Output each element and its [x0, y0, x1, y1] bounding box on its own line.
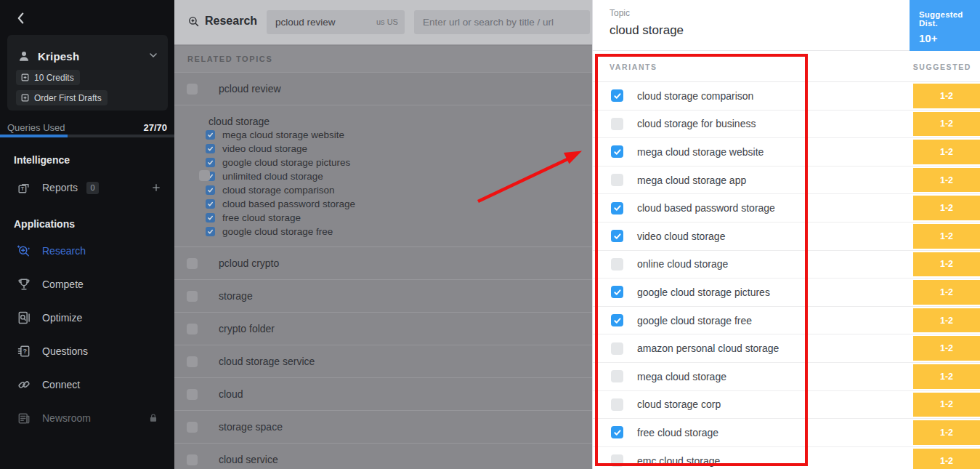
suggested-count-badge: 1-2 [913, 336, 980, 361]
variant-label: amazon personal cloud storage [637, 342, 779, 354]
variant-checkbox[interactable] [611, 145, 623, 158]
variant-label: video cloud storage [637, 231, 725, 242]
sidebar-item-compete[interactable]: Compete [0, 268, 174, 301]
variant-row[interactable]: mega cloud storage1-2 [593, 363, 980, 391]
suggested-count-badge: 1-2 [913, 140, 980, 164]
suggested-count-badge: 1-2 [913, 364, 980, 389]
variant-checkbox[interactable] [206, 130, 215, 140]
variant-row[interactable]: cloud storage corp1-2 [593, 391, 980, 420]
url-search-input[interactable] [414, 10, 590, 34]
related-topics-header: RELATED TOPICS [174, 46, 592, 73]
variant-checkbox[interactable] [611, 89, 623, 102]
chevron-down-icon[interactable] [147, 49, 159, 61]
user-name: Kripesh [38, 50, 79, 63]
variant-checkbox[interactable] [206, 199, 215, 209]
user-row[interactable]: Kripesh [17, 48, 159, 64]
topic-variant-subitem[interactable]: video cloud storage [174, 143, 592, 155]
variant-checkbox[interactable] [611, 370, 623, 382]
sidebar-item-research[interactable]: Research [0, 234, 174, 268]
topic-variant-subitem[interactable]: unlimited cloud storage [174, 170, 592, 183]
topic-head: Topic cloud storage [593, 0, 910, 51]
variant-row[interactable]: mega cloud storage website1-2 [593, 138, 980, 167]
related-topic-row[interactable]: cloud [174, 378, 592, 411]
sidebar-item-optimize[interactable]: Optimize [0, 301, 174, 334]
sidebar-item-connect[interactable]: Connect [0, 368, 174, 401]
variant-row[interactable]: free cloud storage1-2 [593, 419, 980, 447]
variant-checkbox[interactable] [206, 213, 215, 223]
variant-checkbox[interactable] [611, 258, 623, 270]
topic-checkbox[interactable] [187, 454, 198, 465]
variant-row[interactable]: google cloud storage pictures1-2 [593, 278, 980, 307]
research-title-wrap: Research [187, 15, 257, 28]
variant-label: cloud based password storage [637, 202, 775, 214]
variant-checkbox[interactable] [611, 314, 623, 326]
topic-checkbox[interactable] [199, 170, 210, 181]
research-icon [17, 244, 31, 258]
sidebar-item-questions[interactable]: ?Questions [0, 334, 174, 368]
suggested-count-badge: 1-2 [913, 224, 980, 249]
related-topic-row[interactable]: cloud storage service [174, 345, 592, 378]
related-topic-row[interactable]: storage space [174, 411, 592, 444]
topic-variant-subitem[interactable]: free cloud storage [174, 212, 592, 224]
variant-row[interactable]: cloud storage comparison1-2 [593, 82, 980, 111]
topic-variant-subitem[interactable]: google cloud storage free [174, 225, 592, 238]
related-topic-row[interactable]: crypto folder [174, 313, 592, 345]
related-topic-row[interactable]: cloud service [174, 444, 592, 469]
topic-checkbox[interactable] [187, 389, 198, 400]
related-topic-row[interactable]: pcloud crypto [174, 247, 592, 280]
variant-checkbox[interactable] [611, 454, 623, 467]
variant-checkbox[interactable] [206, 144, 215, 153]
topic-checkbox[interactable] [187, 324, 198, 334]
topic-variant-subitem[interactable]: cloud storage comparison [174, 184, 592, 196]
variant-checkbox[interactable] [611, 342, 623, 355]
add-report-button[interactable] [151, 183, 161, 193]
related-topic-group[interactable]: cloud storagemega cloud storage websitev… [174, 105, 592, 247]
credits-badge[interactable]: 10 Credits [16, 70, 80, 85]
topic-checkbox[interactable] [187, 84, 198, 95]
queries-progress-track [0, 135, 174, 137]
topic-variant-subitem[interactable]: mega cloud storage website [174, 129, 592, 141]
topic-variant-subitem[interactable]: google cloud storage pictures [174, 156, 592, 169]
queries-used-label: Queries Used [7, 122, 65, 133]
reports-icon: T [17, 181, 31, 195]
topic-variant-subitem[interactable]: cloud based password storage [174, 198, 592, 210]
variant-checkbox[interactable] [611, 426, 623, 438]
variant-checkbox[interactable] [611, 286, 623, 298]
sidebar-item-reports[interactable]: T Reports 0 [0, 178, 174, 197]
related-topic-row[interactable]: storage [174, 280, 592, 313]
variant-checkbox[interactable] [206, 185, 215, 195]
variant-row[interactable]: cloud based password storage1-2 [593, 194, 980, 223]
sidebar-item-label: Questions [42, 345, 88, 357]
variant-row[interactable]: online cloud storage1-2 [593, 251, 980, 279]
variant-row[interactable]: video cloud storage1-2 [593, 223, 980, 251]
variant-row[interactable]: amazon personal cloud storage1-2 [593, 334, 980, 363]
topic-search-input[interactable] [267, 10, 405, 34]
variant-checkbox[interactable] [206, 227, 215, 236]
topic-checkbox[interactable] [187, 422, 198, 433]
variant-label: google cloud storage pictures [637, 286, 770, 298]
topic-detail-panel: Topic cloud storage Suggested Dist. 10+ … [592, 0, 980, 469]
variant-checkbox[interactable] [611, 118, 623, 130]
variant-label: google cloud storage free [637, 315, 752, 326]
variant-label: free cloud storage [222, 212, 301, 223]
sidebar-item-newsroom[interactable]: Newsroom [0, 401, 174, 435]
applications-header: Applications [14, 218, 75, 230]
variant-checkbox[interactable] [611, 174, 623, 186]
variants-list: cloud storage comparison1-2cloud storage… [593, 82, 980, 469]
related-topic-row[interactable]: pcloud review [174, 73, 592, 105]
variant-row[interactable]: google cloud storage free1-2 [593, 307, 980, 335]
variant-checkbox[interactable] [611, 398, 623, 411]
variant-checkbox[interactable] [611, 230, 623, 242]
variant-label: cloud storage comparison [637, 90, 753, 102]
topic-checkbox[interactable] [187, 356, 198, 367]
variant-checkbox[interactable] [611, 202, 623, 215]
topic-label: pcloud crypto [219, 257, 279, 269]
order-first-drafts-badge[interactable]: Order First Drafts [16, 90, 108, 105]
variant-row[interactable]: mega cloud storage app1-2 [593, 167, 980, 195]
back-chevron-icon[interactable] [13, 10, 29, 26]
variant-row[interactable]: emc cloud storage1-2 [593, 447, 980, 469]
topic-checkbox[interactable] [187, 291, 198, 302]
topic-checkbox[interactable] [187, 258, 198, 269]
variant-row[interactable]: cloud storage for business1-2 [593, 111, 980, 139]
variant-checkbox[interactable] [206, 158, 215, 167]
